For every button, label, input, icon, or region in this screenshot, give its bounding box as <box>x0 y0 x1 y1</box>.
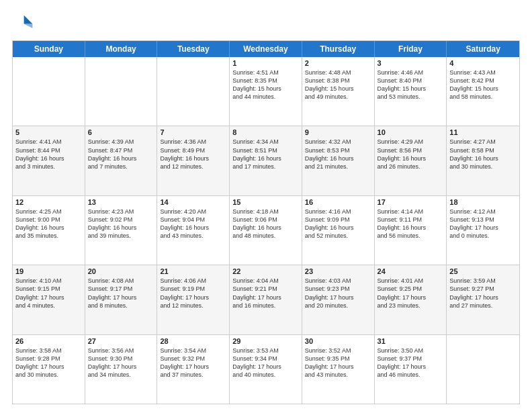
calendar-cell: 26Sunrise: 3:58 AM Sunset: 9:28 PM Dayli… <box>13 335 85 404</box>
day-info: Sunrise: 4:08 AM Sunset: 9:17 PM Dayligh… <box>88 277 154 310</box>
calendar-body: 1Sunrise: 4:51 AM Sunset: 8:35 PM Daylig… <box>13 57 519 404</box>
day-number: 24 <box>378 267 444 275</box>
calendar-cell: 20Sunrise: 4:08 AM Sunset: 9:17 PM Dayli… <box>85 265 158 334</box>
day-number: 2 <box>305 59 371 67</box>
day-number: 28 <box>160 337 226 345</box>
day-info: Sunrise: 3:53 AM Sunset: 9:34 PM Dayligh… <box>232 347 299 379</box>
day-info: Sunrise: 4:43 AM Sunset: 8:42 PM Dayligh… <box>449 68 517 101</box>
calendar-cell: 15Sunrise: 4:18 AM Sunset: 9:06 PM Dayli… <box>230 196 302 265</box>
logo <box>12 12 36 34</box>
day-number: 29 <box>232 337 299 345</box>
calendar-row: 26Sunrise: 3:58 AM Sunset: 9:28 PM Dayli… <box>13 334 519 404</box>
header-thursday: Thursday <box>302 41 375 57</box>
calendar-row: 19Sunrise: 4:10 AM Sunset: 9:15 PM Dayli… <box>13 265 519 334</box>
calendar-cell: 1Sunrise: 4:51 AM Sunset: 8:35 PM Daylig… <box>230 57 302 126</box>
calendar-cell: 31Sunrise: 3:50 AM Sunset: 9:37 PM Dayli… <box>375 335 447 404</box>
day-info: Sunrise: 4:46 AM Sunset: 8:40 PM Dayligh… <box>378 68 444 101</box>
day-info: Sunrise: 4:23 AM Sunset: 9:02 PM Dayligh… <box>88 208 154 240</box>
calendar-cell: 9Sunrise: 4:32 AM Sunset: 8:53 PM Daylig… <box>302 126 375 195</box>
header-friday: Friday <box>375 41 447 57</box>
day-number: 3 <box>378 59 444 67</box>
day-number: 14 <box>160 198 226 206</box>
day-info: Sunrise: 4:25 AM Sunset: 9:00 PM Dayligh… <box>15 208 82 240</box>
calendar-cell: 2Sunrise: 4:48 AM Sunset: 8:38 PM Daylig… <box>302 57 375 126</box>
day-info: Sunrise: 4:34 AM Sunset: 8:51 PM Dayligh… <box>232 138 299 171</box>
calendar-cell: 13Sunrise: 4:23 AM Sunset: 9:02 PM Dayli… <box>85 196 158 265</box>
calendar-cell: 12Sunrise: 4:25 AM Sunset: 9:00 PM Dayli… <box>13 196 85 265</box>
day-number: 20 <box>88 267 154 275</box>
header-wednesday: Wednesday <box>230 41 302 57</box>
day-number: 8 <box>232 128 299 136</box>
day-number: 5 <box>15 128 82 136</box>
day-number: 9 <box>305 128 371 136</box>
calendar-cell <box>447 335 519 404</box>
day-number: 15 <box>232 198 299 206</box>
calendar-cell <box>13 57 85 126</box>
day-info: Sunrise: 4:27 AM Sunset: 8:58 PM Dayligh… <box>449 138 517 171</box>
day-number: 7 <box>160 128 226 136</box>
logo-icon <box>12 12 34 34</box>
day-number: 25 <box>449 267 517 275</box>
calendar-cell: 27Sunrise: 3:56 AM Sunset: 9:30 PM Dayli… <box>85 335 158 404</box>
calendar-cell: 30Sunrise: 3:52 AM Sunset: 9:35 PM Dayli… <box>302 335 375 404</box>
calendar-cell: 25Sunrise: 3:59 AM Sunset: 9:27 PM Dayli… <box>447 265 519 334</box>
day-info: Sunrise: 4:04 AM Sunset: 9:21 PM Dayligh… <box>232 277 299 310</box>
day-number: 21 <box>160 267 226 275</box>
calendar-cell: 21Sunrise: 4:06 AM Sunset: 9:19 PM Dayli… <box>157 265 230 334</box>
day-info: Sunrise: 3:58 AM Sunset: 9:28 PM Dayligh… <box>15 347 82 379</box>
calendar-cell: 19Sunrise: 4:10 AM Sunset: 9:15 PM Dayli… <box>13 265 85 334</box>
calendar-cell: 10Sunrise: 4:29 AM Sunset: 8:56 PM Dayli… <box>375 126 447 195</box>
day-number: 30 <box>305 337 371 345</box>
calendar-cell: 6Sunrise: 4:39 AM Sunset: 8:47 PM Daylig… <box>85 126 158 195</box>
header-sunday: Sunday <box>13 41 85 57</box>
calendar-cell: 24Sunrise: 4:01 AM Sunset: 9:25 PM Dayli… <box>375 265 447 334</box>
day-info: Sunrise: 4:12 AM Sunset: 9:13 PM Dayligh… <box>449 208 517 240</box>
calendar-cell: 5Sunrise: 4:41 AM Sunset: 8:44 PM Daylig… <box>13 126 85 195</box>
calendar-cell: 7Sunrise: 4:36 AM Sunset: 8:49 PM Daylig… <box>157 126 230 195</box>
calendar-cell: 8Sunrise: 4:34 AM Sunset: 8:51 PM Daylig… <box>230 126 302 195</box>
day-number: 27 <box>88 337 154 345</box>
day-info: Sunrise: 4:32 AM Sunset: 8:53 PM Dayligh… <box>305 138 371 171</box>
calendar-cell: 17Sunrise: 4:14 AM Sunset: 9:11 PM Dayli… <box>375 196 447 265</box>
page: Sunday Monday Tuesday Wednesday Thursday… <box>0 0 532 411</box>
day-info: Sunrise: 4:51 AM Sunset: 8:35 PM Dayligh… <box>232 68 299 101</box>
calendar-cell <box>157 57 230 126</box>
header <box>12 12 520 34</box>
day-info: Sunrise: 4:20 AM Sunset: 9:04 PM Dayligh… <box>160 208 226 240</box>
calendar-row: 5Sunrise: 4:41 AM Sunset: 8:44 PM Daylig… <box>13 126 519 195</box>
calendar-row: 12Sunrise: 4:25 AM Sunset: 9:00 PM Dayli… <box>13 195 519 265</box>
calendar-cell: 11Sunrise: 4:27 AM Sunset: 8:58 PM Dayli… <box>447 126 519 195</box>
day-info: Sunrise: 4:03 AM Sunset: 9:23 PM Dayligh… <box>305 277 371 310</box>
day-number: 26 <box>15 337 82 345</box>
day-info: Sunrise: 4:06 AM Sunset: 9:19 PM Dayligh… <box>160 277 226 310</box>
day-number: 13 <box>88 198 154 206</box>
calendar-cell: 23Sunrise: 4:03 AM Sunset: 9:23 PM Dayli… <box>302 265 375 334</box>
day-info: Sunrise: 4:01 AM Sunset: 9:25 PM Dayligh… <box>378 277 444 310</box>
day-info: Sunrise: 4:29 AM Sunset: 8:56 PM Dayligh… <box>378 138 444 171</box>
day-info: Sunrise: 4:48 AM Sunset: 8:38 PM Dayligh… <box>305 68 371 101</box>
calendar-header: Sunday Monday Tuesday Wednesday Thursday… <box>13 41 519 57</box>
day-info: Sunrise: 3:52 AM Sunset: 9:35 PM Dayligh… <box>305 347 371 379</box>
calendar-cell: 29Sunrise: 3:53 AM Sunset: 9:34 PM Dayli… <box>230 335 302 404</box>
day-number: 10 <box>378 128 444 136</box>
day-info: Sunrise: 4:16 AM Sunset: 9:09 PM Dayligh… <box>305 208 371 240</box>
day-info: Sunrise: 4:36 AM Sunset: 8:49 PM Dayligh… <box>160 138 226 171</box>
day-info: Sunrise: 4:41 AM Sunset: 8:44 PM Dayligh… <box>15 138 82 171</box>
header-monday: Monday <box>85 41 158 57</box>
day-number: 22 <box>232 267 299 275</box>
day-number: 11 <box>449 128 517 136</box>
day-number: 4 <box>449 59 517 67</box>
calendar-cell: 22Sunrise: 4:04 AM Sunset: 9:21 PM Dayli… <box>230 265 302 334</box>
day-info: Sunrise: 3:56 AM Sunset: 9:30 PM Dayligh… <box>88 347 154 379</box>
day-number: 31 <box>378 337 444 345</box>
day-info: Sunrise: 3:54 AM Sunset: 9:32 PM Dayligh… <box>160 347 226 379</box>
day-info: Sunrise: 4:18 AM Sunset: 9:06 PM Dayligh… <box>232 208 299 240</box>
day-info: Sunrise: 3:59 AM Sunset: 9:27 PM Dayligh… <box>449 277 517 310</box>
calendar-row: 1Sunrise: 4:51 AM Sunset: 8:35 PM Daylig… <box>13 57 519 126</box>
day-number: 16 <box>305 198 371 206</box>
calendar-cell: 16Sunrise: 4:16 AM Sunset: 9:09 PM Dayli… <box>302 196 375 265</box>
day-number: 17 <box>378 198 444 206</box>
calendar-cell: 28Sunrise: 3:54 AM Sunset: 9:32 PM Dayli… <box>157 335 230 404</box>
day-number: 23 <box>305 267 371 275</box>
calendar-cell: 3Sunrise: 4:46 AM Sunset: 8:40 PM Daylig… <box>375 57 447 126</box>
